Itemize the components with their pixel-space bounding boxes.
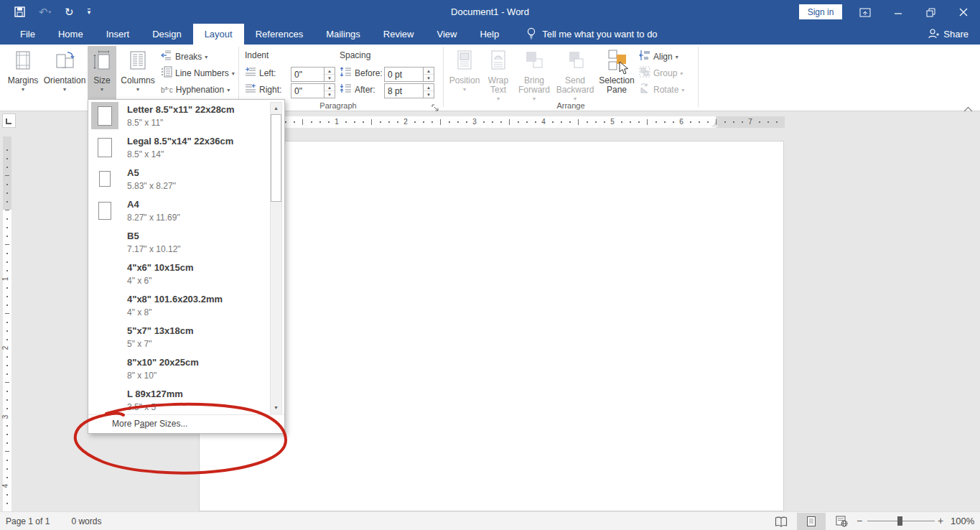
indent-left-spin-buttons[interactable]: ▲▼ xyxy=(324,68,335,81)
horizontal-ruler[interactable]: 1234567 xyxy=(199,116,785,128)
tab-home[interactable]: Home xyxy=(47,24,95,45)
ruler-tick xyxy=(414,121,416,123)
size-option[interactable]: L 89x127mm3.5" x 5" xyxy=(90,386,267,415)
spin-up-icon[interactable]: ▲ xyxy=(424,84,434,91)
hyphenation-button[interactable]: ba-c Hyphenation ▾ xyxy=(161,83,230,96)
spin-down-icon[interactable]: ▼ xyxy=(424,75,434,81)
zoom-slider-thumb[interactable] xyxy=(897,516,902,526)
ribbon-tabs: FileHomeInsertDesignLayoutReferencesMail… xyxy=(0,24,510,45)
breaks-label: Breaks xyxy=(175,52,202,62)
spin-down-icon[interactable]: ▼ xyxy=(424,91,434,98)
ruler-tick xyxy=(587,121,588,123)
restore-button[interactable] xyxy=(920,6,941,19)
tab-help[interactable]: Help xyxy=(468,24,510,45)
scroll-up-icon[interactable]: ▲ xyxy=(271,103,281,113)
spin-up-icon[interactable]: ▲ xyxy=(325,68,335,75)
size-option[interactable]: 5"x7" 13x18cm5" x 7" xyxy=(90,322,267,354)
ribbon-display-options-icon[interactable] xyxy=(854,6,876,19)
document-page[interactable] xyxy=(199,141,784,511)
ruler-tick xyxy=(6,184,8,185)
ruler-tick xyxy=(5,451,9,452)
minimize-button[interactable] xyxy=(887,6,909,19)
margins-button[interactable]: Margins ▾ xyxy=(4,46,42,99)
indent-left-input[interactable] xyxy=(291,68,324,81)
ruler-tick xyxy=(302,119,303,125)
print-layout-button[interactable] xyxy=(797,513,826,530)
zoom-level[interactable]: 100% xyxy=(951,512,974,530)
share-button[interactable]: Share xyxy=(928,24,969,45)
selection-pane-button[interactable]: Selection Pane xyxy=(598,46,635,99)
tab-insert[interactable]: Insert xyxy=(95,24,141,45)
indent-right-input[interactable] xyxy=(291,84,324,98)
page-size-icon xyxy=(91,46,113,74)
tab-mailings[interactable]: Mailings xyxy=(314,24,372,45)
size-option[interactable]: 4"x8" 101.6x203.2mm4" x 8" xyxy=(90,291,267,322)
size-option-name: L 89x127mm xyxy=(127,389,183,400)
ruler-tick xyxy=(690,121,691,123)
word-window: ↶▾ ↻ ▾ Document1 - Word Sign in FileHome… xyxy=(0,0,980,530)
size-option[interactable]: A48.27" x 11.69" xyxy=(90,196,267,228)
size-option[interactable]: Letter 8.5"x11" 22x28cm8.5" x 11" xyxy=(90,101,267,133)
breaks-button[interactable]: Breaks ▾ xyxy=(161,50,207,62)
spacing-before-input[interactable] xyxy=(385,68,423,81)
bring-forward-label: Bring Forward xyxy=(516,76,552,95)
ruler-tick xyxy=(6,391,8,392)
word-count[interactable]: 0 words xyxy=(71,516,101,526)
spacing-after-input[interactable] xyxy=(385,84,423,98)
size-option[interactable]: 8"x10" 20x25cm8" x 10" xyxy=(90,354,267,386)
tab-view[interactable]: View xyxy=(425,24,468,45)
vertical-ruler[interactable]: 1234 xyxy=(3,136,11,511)
ruler-tick xyxy=(6,494,8,496)
size-option[interactable]: Legal 8.5"x14" 22x36cm8.5" x 14" xyxy=(90,133,267,164)
size-option[interactable]: A55.83" x 8.27" xyxy=(90,164,267,196)
tab-layout[interactable]: Layout xyxy=(193,24,244,45)
tab-review[interactable]: Review xyxy=(372,24,426,45)
close-button[interactable] xyxy=(953,6,974,19)
orientation-button[interactable]: Orientation ▾ xyxy=(44,46,85,99)
spin-up-icon[interactable]: ▲ xyxy=(325,84,335,91)
tell-me-box[interactable]: Tell me what you want to do xyxy=(526,24,657,45)
spacing-after-spin-buttons[interactable]: ▲▼ xyxy=(423,84,434,98)
columns-label: Columns xyxy=(121,76,154,85)
size-option[interactable]: 4"x6" 10x15cm4" x 6" xyxy=(90,259,267,291)
scroll-down-icon[interactable]: ▼ xyxy=(271,402,281,413)
indent-right-spin-buttons[interactable]: ▲▼ xyxy=(324,84,335,98)
web-layout-button[interactable] xyxy=(827,513,856,530)
read-mode-button[interactable] xyxy=(767,513,795,530)
size-option[interactable]: B57.17" x 10.12" xyxy=(90,228,267,259)
line-numbers-button[interactable]: Line Numbers ▾ xyxy=(161,67,235,79)
page-indicator[interactable]: Page 1 of 1 xyxy=(6,516,50,526)
ruler-tick xyxy=(604,121,605,123)
indent-left-row: Left: xyxy=(245,67,276,79)
tab-file[interactable]: File xyxy=(9,24,47,45)
tab-references[interactable]: References xyxy=(244,24,314,45)
ruler-tick xyxy=(423,121,424,123)
ruler-tick xyxy=(500,121,502,123)
size-caret-icon: ▾ xyxy=(101,87,103,93)
more-paper-sizes-item[interactable]: More Paper Sizes... xyxy=(88,415,284,433)
columns-icon xyxy=(127,46,149,74)
size-option-name: 8"x10" 20x25cm xyxy=(127,357,199,368)
zoom-in-button[interactable]: + xyxy=(935,512,946,530)
dropdown-scrollbar[interactable]: ▲ ▼ xyxy=(270,102,282,414)
tab-stop-selector[interactable] xyxy=(2,113,16,128)
spin-up-icon[interactable]: ▲ xyxy=(424,68,434,75)
ruler-tick xyxy=(664,121,666,123)
spin-down-icon[interactable]: ▼ xyxy=(325,75,335,81)
send-backward-label: Send Backward xyxy=(554,76,597,95)
arrange-group-label: Arrange xyxy=(445,101,696,110)
ruler-tick xyxy=(6,399,8,401)
size-button[interactable]: Size ▾ xyxy=(88,46,116,99)
ruler-tick xyxy=(699,121,700,123)
sign-in-button[interactable]: Sign in xyxy=(799,4,842,19)
spacing-before-spin-buttons[interactable]: ▲▼ xyxy=(423,68,434,81)
zoom-out-button[interactable]: − xyxy=(854,512,864,530)
ruler-tick xyxy=(371,119,372,125)
align-button[interactable]: Align ▾ xyxy=(639,50,678,62)
orientation-icon xyxy=(54,46,75,74)
tab-design[interactable]: Design xyxy=(141,24,192,45)
paragraph-dialog-launcher-icon[interactable] xyxy=(431,102,439,110)
columns-button[interactable]: Columns ▾ xyxy=(119,46,157,99)
spin-down-icon[interactable]: ▼ xyxy=(325,91,335,98)
scrollbar-thumb[interactable] xyxy=(271,114,281,202)
